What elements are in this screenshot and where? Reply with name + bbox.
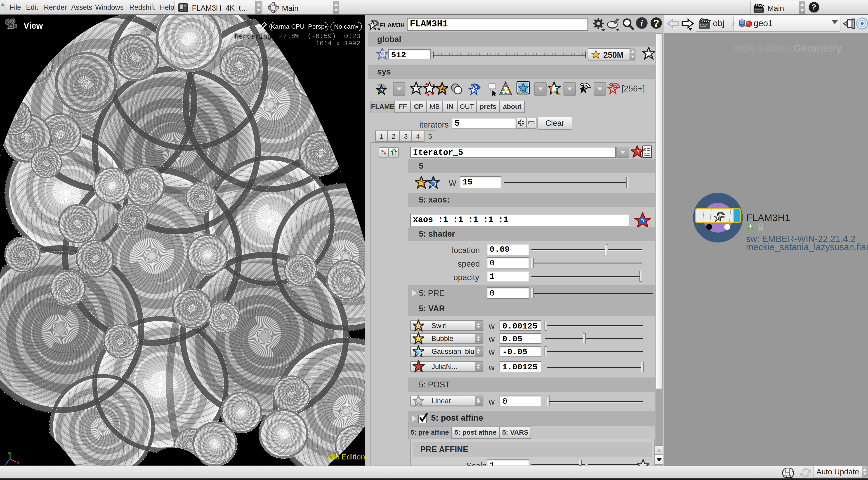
svg-text:?: ? [653,18,659,29]
svg-text:y: y [8,450,10,455]
svg-text:i: i [641,19,643,28]
svg-text:z: z [5,461,7,465]
svg-text:x: x [17,459,19,465]
